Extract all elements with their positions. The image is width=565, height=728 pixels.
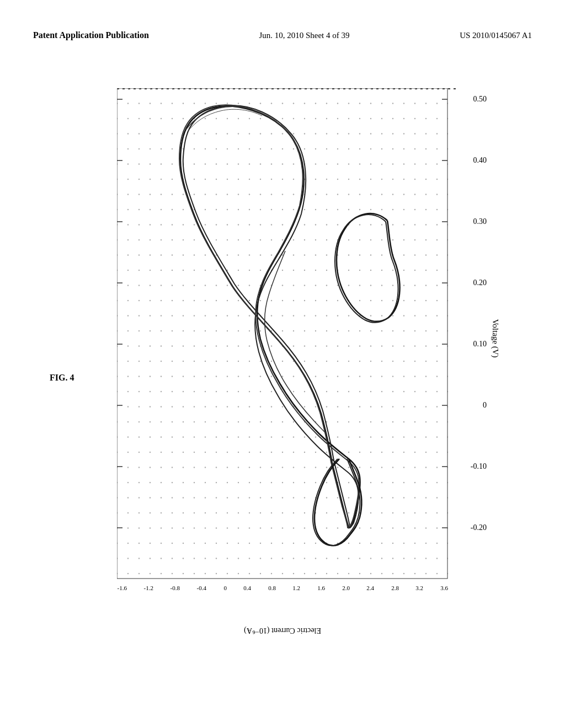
y-tick-020: 0.20 xyxy=(473,279,487,287)
y-tick-000: 0 xyxy=(483,401,487,410)
publication-number: US 2010/0145067 A1 xyxy=(460,31,532,40)
y-tick-010: 0.10 xyxy=(473,340,487,349)
y-tick-neg010: -0.10 xyxy=(471,462,487,471)
x-axis-title: Electric Current (10⁻⁶A) xyxy=(117,626,448,635)
chart-wrapper: 0.50 0.40 0.30 0.20 0.10 0 -0.10 -0.20 V… xyxy=(84,88,514,667)
y-tick-030: 0.30 xyxy=(473,217,487,226)
publication-date-sheet: Jun. 10, 2010 Sheet 4 of 39 xyxy=(259,31,349,40)
y-tick-040: 0.40 xyxy=(473,156,487,165)
y-axis-title: Voltage (V) xyxy=(491,319,500,357)
publication-title: Patent Application Publication xyxy=(33,30,149,40)
page-header: Patent Application Publication Jun. 10, … xyxy=(0,30,565,40)
y-axis-labels: 0.50 0.40 0.30 0.20 0.10 0 -0.10 -0.20 xyxy=(454,88,487,579)
x-axis-labels: 3.6 3.2 2.8 2.4 2.0 1.6 1.2 0.8 0.4 0 -0… xyxy=(117,585,448,591)
y-tick-050: 0.50 xyxy=(473,95,487,104)
figure-label: FIG. 4 xyxy=(50,373,74,383)
chart-svg xyxy=(117,88,448,579)
y-tick-neg020: -0.20 xyxy=(471,523,487,532)
svg-rect-9 xyxy=(117,88,448,579)
figure-container: FIG. 4 xyxy=(33,72,532,684)
